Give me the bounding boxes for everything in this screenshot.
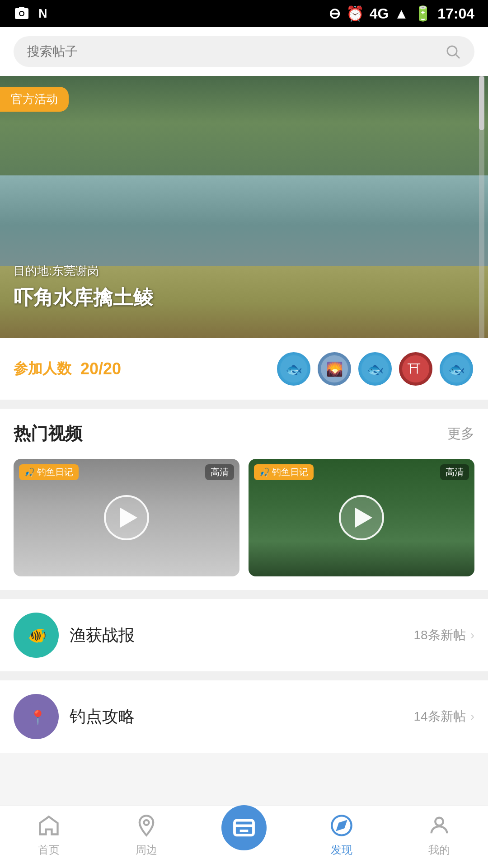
video-badge-2: 🎣 钓鱼日记 (254, 464, 314, 480)
home-icon-wrap (35, 812, 62, 839)
svg-point-27 (435, 818, 443, 826)
nearby-label: 周边 (136, 843, 157, 857)
search-icon (445, 43, 461, 60)
camera-icon (14, 5, 30, 22)
status-icons-left: N (14, 5, 53, 22)
participants-section: 参加人数 20/20 🐟 🌄 🐟 ⛩ (0, 338, 488, 400)
svg-text:🐠: 🐠 (28, 627, 47, 645)
hot-videos-section: 热门视频 更多 🎣 钓鱼日记 高清 🎣 钓鱼日记 高清 (0, 409, 488, 590)
n-icon: N (37, 5, 53, 22)
svg-rect-22 (235, 821, 253, 835)
battery-icon: 🔋 (414, 5, 432, 22)
bottom-nav: 首页 周边 发现 (0, 805, 488, 868)
svg-text:🌄: 🌄 (326, 361, 343, 377)
svg-text:🐟: 🐟 (286, 361, 303, 377)
svg-point-3 (20, 12, 23, 15)
svg-text:⛩: ⛩ (408, 362, 421, 377)
chevron-icon-1: › (470, 628, 474, 642)
category-fishing-spots[interactable]: 📍 钓点攻略 14条新帖 › (0, 680, 488, 753)
svg-text:🐟: 🐟 (367, 361, 384, 377)
nav-item-home[interactable]: 首页 (0, 812, 98, 862)
video-thumb-2[interactable]: 🎣 钓鱼日记 高清 (249, 459, 474, 576)
category-right-1: 18条新帖 › (414, 627, 474, 644)
time-display: 17:04 (437, 5, 474, 22)
svg-point-21 (144, 820, 149, 825)
home-icon (37, 814, 61, 837)
avatar-2: 🌄 (316, 351, 352, 387)
svg-text:N: N (38, 7, 47, 20)
post-button-circle[interactable] (221, 805, 267, 850)
svg-text:📍: 📍 (29, 709, 47, 726)
discover-label: 发现 (331, 843, 352, 857)
hot-videos-header: 热门视频 更多 (14, 422, 474, 445)
scrollbar-thumb (479, 76, 484, 130)
video-grid: 🎣 钓鱼日记 高清 🎣 钓鱼日记 高清 (14, 459, 474, 576)
play-triangle-1 (120, 508, 137, 528)
hot-videos-more[interactable]: 更多 (447, 425, 474, 443)
search-input-wrap[interactable] (14, 36, 474, 67)
official-tag: 官方活动 (0, 87, 69, 112)
nav-item-me[interactable]: 我的 (390, 812, 488, 862)
hot-videos-title: 热门视频 (14, 422, 82, 445)
fishing-report-name: 渔获战报 (70, 624, 135, 646)
fishing-report-icon: 🐠 (14, 613, 59, 658)
me-icon-wrap (426, 812, 453, 839)
nearby-icon-wrap (133, 812, 160, 839)
status-info-right: ⊖ ⏰ 4G ▲ 🔋 17:04 (328, 5, 474, 22)
video-hd-1: 高清 (205, 464, 234, 480)
fishing-spots-icon: 📍 (14, 694, 59, 739)
me-icon (427, 814, 451, 837)
alarm-icon: ⏰ (346, 5, 364, 22)
nav-item-post[interactable] (195, 819, 293, 855)
avatar-5: 🐟 (438, 351, 474, 387)
banner-text: 目的地:东莞谢岗 吓角水库擒土鲮 (14, 263, 153, 311)
participants-count: 20/20 (80, 359, 121, 378)
play-button-1[interactable] (104, 495, 149, 540)
signal-icon: ▲ (394, 5, 408, 22)
avatar-3: 🐟 (357, 351, 393, 387)
me-label: 我的 (428, 843, 450, 857)
video-badge-1: 🎣 钓鱼日记 (19, 464, 79, 480)
category-left-2: 📍 钓点攻略 (14, 694, 135, 739)
fishing-spots-count: 14条新帖 (414, 708, 466, 725)
search-input[interactable] (27, 44, 437, 59)
svg-line-6 (456, 55, 460, 58)
banner[interactable]: 官方活动 目的地:东莞谢岗 吓角水库擒土鲮 (0, 76, 488, 338)
play-triangle-2 (355, 508, 372, 528)
nav-item-discover[interactable]: 发现 (293, 812, 390, 862)
svg-point-5 (447, 46, 457, 56)
mute-icon: ⊖ (328, 5, 341, 22)
banner-subtitle: 目的地:东莞谢岗 (14, 263, 153, 279)
category-left-1: 🐠 渔获战报 (14, 613, 135, 658)
nearby-icon (135, 814, 158, 837)
divider-1 (0, 400, 488, 409)
svg-rect-1 (19, 7, 24, 9)
svg-marker-26 (338, 821, 346, 830)
play-button-2[interactable] (339, 495, 384, 540)
post-icon (231, 815, 257, 840)
participants-label: 参加人数 (14, 359, 71, 379)
banner-title: 吓角水库擒土鲮 (14, 284, 153, 311)
status-bar: N ⊖ ⏰ 4G ▲ 🔋 17:04 (0, 0, 488, 27)
home-label: 首页 (38, 843, 60, 857)
divider-2 (0, 590, 488, 599)
discover-icon-wrap (328, 812, 355, 839)
search-bar (0, 27, 488, 76)
video-hd-2: 高清 (440, 464, 469, 480)
banner-scrollbar (479, 76, 484, 338)
svg-text:🐟: 🐟 (448, 361, 465, 377)
chevron-icon-2: › (470, 709, 474, 724)
video-thumb-1[interactable]: 🎣 钓鱼日记 高清 (14, 459, 239, 576)
nav-item-nearby[interactable]: 周边 (98, 812, 195, 862)
category-right-2: 14条新帖 › (414, 708, 474, 725)
participants-left: 参加人数 20/20 (14, 359, 121, 379)
avatars-list: 🐟 🌄 🐟 ⛩ 🐟 (276, 351, 474, 387)
divider-3 (0, 671, 488, 680)
network-label: 4G (370, 5, 389, 22)
avatar-4: ⛩ (398, 351, 434, 387)
category-fishing-report[interactable]: 🐠 渔获战报 18条新帖 › (0, 599, 488, 671)
fishing-spots-name: 钓点攻略 (70, 706, 135, 728)
fishing-report-count: 18条新帖 (414, 627, 466, 644)
banner-lake (0, 175, 488, 275)
avatar-1: 🐟 (276, 351, 312, 387)
